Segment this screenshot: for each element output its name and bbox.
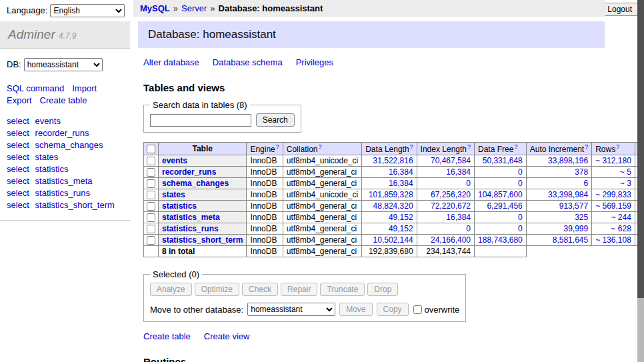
data-free-cell: 50,331,648 [475, 155, 527, 167]
database-schema-link[interactable]: Database schema [213, 57, 283, 67]
help-link[interactable]: ? [276, 143, 279, 150]
sidebar-link-export[interactable]: Export [7, 95, 32, 105]
table-name-link-statistics-meta[interactable]: statistics_meta [162, 213, 220, 222]
total-data-free-cell [475, 246, 527, 257]
table-name-link-statistics-short-term[interactable]: statistics_short_term [162, 235, 243, 245]
select-link-statistics-short-term[interactable]: select [7, 200, 29, 210]
bulk-truncate-button[interactable]: Truncate [320, 283, 365, 296]
table-name-link-states[interactable]: states [162, 190, 185, 199]
select-link-recorder-runs[interactable]: select [7, 128, 29, 138]
table-name-cell: statistics_short_term [159, 235, 247, 246]
collation-cell: utf8mb4_unicode_ci [283, 155, 361, 167]
db-select[interactable]: homeassistant [24, 58, 103, 71]
row-checkbox-schema-changes[interactable] [147, 179, 155, 188]
index-length-cell: 70,467,584 [417, 155, 474, 167]
help-link[interactable]: ? [585, 143, 588, 150]
row-check-cell [144, 167, 159, 178]
logout-button[interactable]: Logout [601, 3, 639, 16]
auto-increment-cell: 33,898,196 [526, 155, 591, 167]
data-length-cell: 16,384 [362, 167, 417, 178]
select-link-schema-changes[interactable]: select [7, 140, 29, 150]
row-checkbox-statistics-short-term[interactable] [147, 236, 155, 245]
row-checkbox-statistics[interactable] [147, 202, 155, 211]
collation-cell: utf8mb4_general_ci [283, 212, 361, 223]
help-link[interactable]: ? [616, 143, 619, 150]
sidebar-table-link-recorder-runs[interactable]: recorder_runs [35, 128, 89, 138]
select-link-statistics-runs[interactable]: select [7, 188, 29, 198]
breadcrumb-driver-link[interactable]: MySQL [140, 3, 170, 13]
column-header-label: Index Length [421, 145, 467, 154]
sidebar-table-link-schema-changes[interactable]: schema_changes [35, 140, 103, 150]
engine-cell: InnoDB [247, 212, 283, 223]
sidebar-table-link-states[interactable]: states [35, 152, 59, 162]
data-free-cell: 0 [475, 212, 527, 223]
index-length-cell: 0 [417, 178, 474, 189]
sidebar-link-create-table[interactable]: Create table [40, 95, 87, 105]
table-name-link-recorder-runs[interactable]: recorder_runs [162, 167, 216, 177]
language-select[interactable]: English [50, 4, 125, 17]
help-link[interactable]: ? [467, 143, 471, 150]
row-checkbox-recorder-runs[interactable] [147, 168, 155, 177]
bulk-repair-button[interactable]: Repair [281, 283, 317, 296]
select-link-statistics-meta[interactable]: select [7, 176, 29, 186]
table-row-states: statesInnoDButf8mb4_unicode_ci101,859,32… [144, 189, 644, 201]
move-db-select[interactable]: homeassistant [247, 303, 335, 316]
column-header-engine: Engine? [247, 143, 283, 155]
sidebar-table-link-statistics[interactable]: statistics [35, 164, 69, 174]
sidebar-link-sql-command[interactable]: SQL command [7, 83, 64, 93]
total-check-cell [144, 246, 159, 257]
table-name-link-statistics-runs[interactable]: statistics_runs [162, 224, 219, 233]
scrollbar-thumb[interactable] [637, 0, 644, 298]
search-button[interactable]: Search [256, 113, 295, 127]
alter-database-link[interactable]: Alter database [143, 57, 199, 67]
sidebar-link-import[interactable]: Import [72, 83, 97, 93]
sidebar-table-link-statistics-short-term[interactable]: statistics_short_term [35, 200, 115, 210]
move-row: Move to other database: homeassistant Mo… [150, 303, 459, 316]
db-selector-row: DB:homeassistant [7, 58, 123, 71]
table-name-link-events[interactable]: events [162, 156, 187, 165]
sidebar-table-link-statistics-meta[interactable]: statistics_meta [35, 176, 93, 186]
table-name-cell: statistics [159, 201, 247, 212]
table-name-link-schema-changes[interactable]: schema_changes [162, 179, 229, 188]
help-link[interactable]: ? [514, 143, 517, 150]
column-header-data-length: Data Length? [362, 143, 417, 155]
row-check-cell [144, 235, 159, 246]
collation-cell: utf8mb4_general_ci [283, 223, 361, 235]
sidebar-table-link-events[interactable]: events [35, 116, 61, 126]
column-header-table: Table [159, 143, 247, 155]
bulk-optimize-button[interactable]: Optimize [195, 283, 239, 296]
table-row-statistics-meta: statistics_metaInnoDButf8mb4_general_ci4… [144, 212, 644, 223]
bulk-drop-button[interactable]: Drop [367, 283, 398, 296]
auto-increment-cell: 8,581,645 [526, 235, 591, 246]
move-button[interactable]: Move [339, 303, 372, 316]
table-name-link-statistics[interactable]: statistics [162, 201, 197, 211]
breadcrumb-server-link[interactable]: Server [181, 3, 207, 13]
select-link-statistics[interactable]: select [7, 164, 29, 174]
search-input[interactable] [150, 114, 251, 127]
total-collation-cell: utf8mb4_general_ci [283, 246, 361, 257]
sidebar-table-item: select events [7, 116, 123, 126]
help-link[interactable]: ? [410, 143, 413, 150]
data-free-cell: 188,743,680 [475, 235, 527, 246]
create-table-link[interactable]: Create table [143, 331, 191, 341]
copy-button[interactable]: Copy [377, 303, 409, 316]
check-all-checkbox[interactable] [147, 145, 155, 153]
overwrite-checkbox[interactable] [413, 305, 422, 314]
row-check-cell [144, 212, 159, 223]
row-checkbox-statistics-meta[interactable] [147, 213, 155, 222]
sidebar-table-item: select statistics_runs [7, 188, 123, 198]
select-link-states[interactable]: select [7, 152, 29, 162]
sidebar-table-item: select recorder_runs [7, 128, 123, 138]
bulk-check-button[interactable]: Check [242, 283, 278, 296]
row-checkbox-states[interactable] [147, 191, 155, 199]
row-checkbox-events[interactable] [147, 157, 155, 165]
select-link-events[interactable]: select [7, 116, 29, 126]
bulk-analyze-button[interactable]: Analyze [150, 283, 192, 296]
help-link[interactable]: ? [318, 143, 321, 150]
row-checkbox-statistics-runs[interactable] [147, 225, 155, 233]
privileges-link[interactable]: Privileges [296, 57, 333, 67]
sidebar-table-link-statistics-runs[interactable]: statistics_runs [35, 188, 90, 198]
create-view-link[interactable]: Create view [204, 331, 250, 341]
column-header-label: Engine [250, 145, 275, 154]
rows-cell: ~ 299,833 [592, 189, 635, 201]
